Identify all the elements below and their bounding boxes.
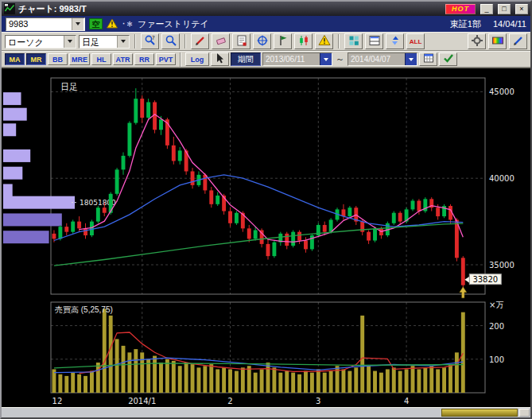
magnifier-question-icon: ? [144, 34, 157, 49]
all-button[interactable]: ALL [406, 33, 425, 49]
alert-button[interactable] [315, 33, 333, 49]
indicator-ma-button[interactable]: MA [5, 53, 25, 65]
flag-button[interactable] [274, 33, 292, 49]
svg-text:3: 3 [316, 397, 320, 405]
document-icon [235, 34, 248, 49]
short-sell-badge: 空 [89, 18, 103, 29]
eraser-icon [215, 34, 227, 49]
indicator-hl-button[interactable]: HL [91, 53, 111, 65]
calendar-icon [422, 52, 435, 67]
settings-button[interactable] [468, 33, 486, 49]
chart-panel: 350004000045000100200×万122014/1234180518… [2, 68, 530, 407]
date-from-value: 2013/06/11 [263, 53, 320, 65]
toolbar-separator [338, 34, 340, 48]
date-from-dropdown-button[interactable] [320, 53, 332, 65]
chart-window: チャート: 9983/T HOT _ □ × 空 ･＊ ファーストリテイ 東証1… [0, 0, 532, 419]
calendar-button[interactable] [419, 52, 437, 66]
svg-text:?: ? [152, 34, 155, 41]
tilde-label: ～ [334, 53, 346, 65]
updown-arrows-button[interactable] [386, 33, 404, 49]
news-button[interactable] [232, 33, 250, 49]
crosshair-icon [256, 34, 269, 49]
close-button[interactable]: × [515, 4, 528, 14]
timeframe-dropdown-button[interactable] [117, 36, 129, 48]
indicator-mre-button[interactable]: MRE [69, 53, 90, 65]
indicator-atr-button[interactable]: ATR [113, 53, 133, 65]
toolbar-separator [180, 52, 181, 67]
up-down-arrows-icon [389, 34, 402, 49]
svg-text:100: 100 [489, 355, 504, 364]
cursor-button[interactable] [211, 52, 229, 66]
symbol-prefix: ･＊ [122, 20, 134, 29]
indicator-toolbar: MA MR BB MRE HL ATR RR PVT Log 期間 2013/0… [2, 51, 530, 68]
date-to-value: 2014/04/07 [348, 53, 405, 65]
ticker-dropdown-button[interactable] [72, 18, 83, 30]
candlestick-icon [297, 34, 310, 49]
svg-text:45000: 45000 [489, 87, 515, 96]
timeframe-value: 日足 [80, 36, 117, 48]
svg-text:33820: 33820 [472, 275, 498, 284]
indicator-bb-button[interactable]: BB [48, 53, 68, 65]
svg-text:40000: 40000 [489, 174, 515, 183]
date-from-combo[interactable]: 2013/06/11 [262, 52, 332, 66]
indicator-pvt-button[interactable]: PVT [156, 53, 176, 65]
market-label: 東証1部 [450, 18, 481, 30]
pointer-icon [214, 52, 227, 67]
title-bar[interactable]: チャート: 9983/T HOT _ □ × [2, 2, 530, 16]
draw-pen-button[interactable] [191, 33, 209, 49]
toolbar-right-group [468, 33, 527, 49]
volume-pane-label: 売買高 (5,25,75) [55, 305, 113, 316]
palette-button[interactable] [488, 33, 507, 49]
zoom-help-button[interactable]: ? [141, 33, 159, 49]
date-label: 14/04/11 [493, 19, 526, 29]
minimize-button[interactable]: _ [480, 4, 493, 14]
candle-mode-button[interactable] [294, 33, 313, 49]
panes-layout-button[interactable] [365, 33, 383, 49]
svg-text:2: 2 [227, 397, 232, 405]
resize-grip[interactable] [519, 409, 530, 417]
chart-type-combo[interactable]: ローソク [5, 35, 76, 48]
magnifier-icon [165, 34, 177, 49]
chevron-down-icon [324, 58, 328, 61]
log-scale-button[interactable]: Log [185, 52, 209, 66]
toolbar-separator [134, 34, 136, 48]
chart-type-value: ローソク [6, 36, 64, 48]
symbol-bar: 空 ･＊ ファーストリテイ 東証1部 14/04/11 [2, 16, 530, 32]
svg-text:2014/1: 2014/1 [128, 397, 156, 405]
zoom-button[interactable] [161, 33, 180, 49]
split-panes-icon [368, 34, 381, 49]
check-icon [442, 52, 455, 67]
chart-canvas[interactable]: 350004000045000100200×万122014/1234180518… [2, 68, 529, 408]
main-toolbar: ローソク 日足 ? [2, 32, 530, 51]
maximize-button[interactable]: □ [498, 4, 511, 14]
warning-icon [107, 18, 118, 30]
period-toggle-button[interactable]: 期間 [231, 52, 261, 66]
horizontal-scrollbar[interactable] [2, 407, 530, 417]
apply-button[interactable] [439, 52, 457, 66]
chevron-down-icon [121, 40, 126, 43]
flag-icon [277, 34, 289, 49]
crosshair-button[interactable] [253, 33, 271, 49]
grid-button[interactable] [344, 33, 363, 49]
svg-text:35000: 35000 [489, 261, 515, 270]
date-to-dropdown-button[interactable] [405, 53, 417, 65]
price-pane-label: 日足 [60, 81, 78, 93]
hot-badge[interactable]: HOT [445, 4, 476, 14]
chevron-down-icon [76, 22, 80, 25]
timeframe-combo[interactable]: 日足 [79, 35, 130, 48]
ticker-combo[interactable] [6, 17, 85, 31]
chevron-down-icon [68, 40, 72, 43]
indicator-mr-button[interactable]: MR [26, 53, 46, 65]
edit-color-button[interactable] [509, 33, 527, 49]
warning-triangle-icon [318, 34, 331, 48]
ticker-input[interactable] [6, 18, 72, 30]
scrollbar-thumb[interactable] [441, 409, 518, 417]
svg-text:12: 12 [52, 397, 63, 405]
chart-type-dropdown-button[interactable] [64, 36, 76, 48]
app-icon [4, 3, 15, 14]
indicator-rr-button[interactable]: RR [134, 53, 154, 65]
eraser-button[interactable] [212, 33, 230, 49]
symbol-name: ファーストリテイ [138, 18, 209, 30]
date-to-combo[interactable]: 2014/04/07 [348, 52, 417, 66]
svg-text:4: 4 [404, 397, 409, 405]
